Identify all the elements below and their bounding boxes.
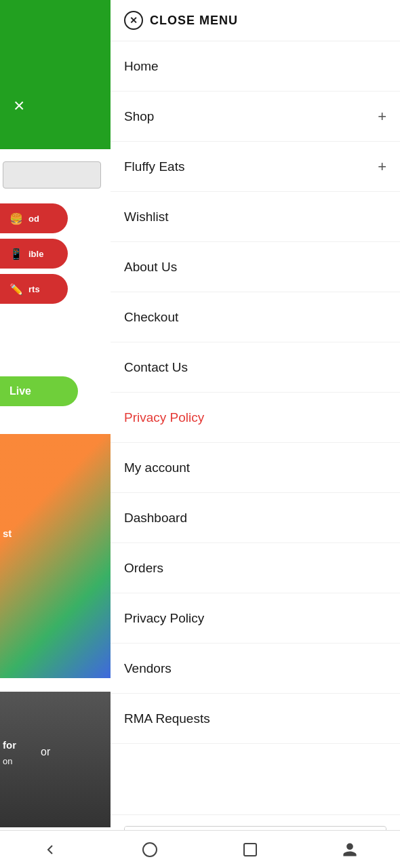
left-image-1-text: st [3,528,12,539]
live-label: Live [9,385,31,397]
food-label: od [28,214,39,224]
menu-item-vendors[interactable]: Vendors [111,644,400,694]
menu-item-label-vendors: Vendors [124,661,172,676]
menu-item-plus-fluffy-eats: + [378,158,386,176]
svg-point-2 [143,843,157,856]
close-x-icon: × [14,95,24,117]
home-button[interactable] [134,833,166,866]
menu-item-label-orders: Orders [124,561,163,576]
mobile-button[interactable]: 📱 ible [0,239,68,269]
or-text: or [41,746,50,758]
menu-item-label-wishlist: Wishlist [124,210,168,224]
mobile-icon: 📱 [9,248,23,260]
left-image-2-text1: for [3,739,16,751]
left-image-1 [0,434,111,678]
menu-item-label-fluffy-eats: Fluffy Eats [124,159,184,174]
menu-item-shop[interactable]: Shop+ [111,92,400,142]
close-circle-icon: ✕ [124,11,143,30]
menu-item-privacy-policy-1[interactable]: Privacy Policy [111,393,400,443]
menu-item-checkout[interactable]: Checkout [111,292,400,342]
sports-label: rts [28,284,40,294]
person-button[interactable] [334,833,366,866]
menu-item-dashboard[interactable]: Dashboard [111,493,400,543]
menu-items-list: HomeShop+Fluffy Eats+WishlistAbout UsChe… [111,41,400,814]
square-button[interactable] [234,833,266,866]
close-x-symbol: ✕ [129,16,138,25]
square-icon [242,842,258,858]
left-image-2-text2: on [3,756,12,766]
left-image-2 [0,692,111,827]
sports-button[interactable]: ✏️ rts [0,274,68,304]
left-button-group: 🍔 od 📱 ible ✏️ rts [0,203,68,304]
left-panel: × 🍔 od 📱 ible ✏️ rts Live st for on or [0,0,111,868]
sports-icon: ✏️ [9,283,23,296]
menu-item-label-my-account: My account [124,460,190,475]
left-search-bar [3,161,101,189]
menu-item-label-privacy-policy-1: Privacy Policy [124,410,204,425]
back-icon [42,842,58,858]
bottom-navigation [0,830,400,868]
live-button[interactable]: Live [0,376,78,406]
mobile-label: ible [28,249,43,259]
person-icon [342,842,358,858]
navigation-menu: ✕ CLOSE MENU HomeShop+Fluffy Eats+Wishli… [111,0,400,868]
svg-rect-3 [244,844,256,856]
menu-item-label-about-us: About Us [124,260,177,275]
menu-item-home[interactable]: Home [111,41,400,92]
menu-item-label-home: Home [124,59,159,74]
menu-item-label-rma-requests: RMA Requests [124,711,210,726]
menu-item-about-us[interactable]: About Us [111,242,400,292]
menu-item-label-dashboard: Dashboard [124,511,187,526]
menu-item-label-checkout: Checkout [124,310,178,325]
menu-item-label-privacy-policy-2: Privacy Policy [124,611,204,626]
menu-item-contact-us[interactable]: Contact Us [111,342,400,393]
green-background [0,0,111,149]
menu-item-label-shop: Shop [124,109,154,124]
menu-item-plus-shop: + [378,108,386,125]
menu-item-privacy-policy-2[interactable]: Privacy Policy [111,593,400,644]
menu-item-wishlist[interactable]: Wishlist [111,192,400,242]
back-button[interactable] [34,833,66,866]
menu-item-orders[interactable]: Orders [111,543,400,593]
food-button[interactable]: 🍔 od [0,203,68,233]
menu-item-my-account[interactable]: My account [111,443,400,493]
menu-item-rma-requests[interactable]: RMA Requests [111,694,400,744]
menu-item-fluffy-eats[interactable]: Fluffy Eats+ [111,142,400,192]
close-menu-button[interactable]: ✕ CLOSE MENU [111,0,400,41]
food-icon: 🍔 [9,212,23,225]
close-menu-label: CLOSE MENU [150,14,238,28]
home-circle-icon [142,842,158,858]
menu-item-label-contact-us: Contact Us [124,360,188,375]
